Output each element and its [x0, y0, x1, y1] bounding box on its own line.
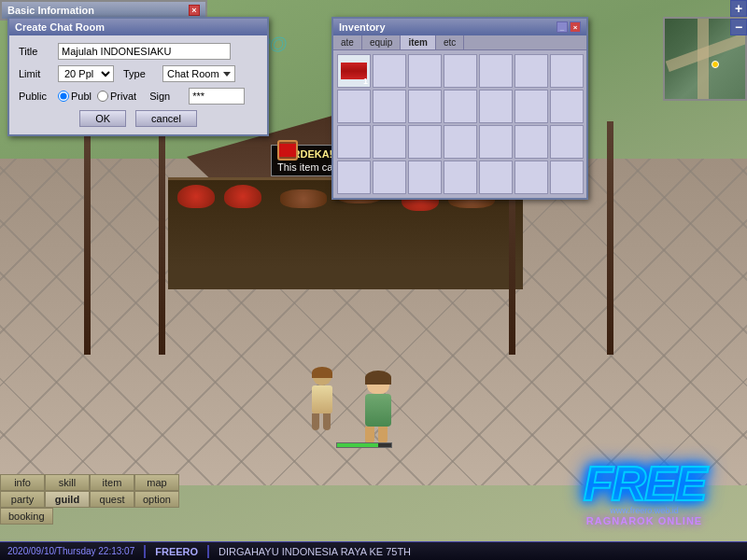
inv-slot-18[interactable]	[444, 125, 477, 159]
minimap-minus-btn[interactable]: −	[730, 19, 747, 35]
public-radio[interactable]	[58, 91, 69, 102]
inv-slot-17[interactable]	[408, 125, 442, 159]
inv-slot-26[interactable]	[479, 161, 513, 194]
inv-slot-20[interactable]	[514, 125, 548, 159]
tab-quest[interactable]: quest	[90, 491, 134, 508]
inv-slot-4[interactable]	[444, 54, 477, 88]
inv-slot-12[interactable]	[479, 90, 513, 123]
limit-select[interactable]: 20 Ppl	[58, 65, 114, 82]
inv-tab-item[interactable]: item	[401, 35, 436, 49]
inv-slot-14[interactable]	[550, 90, 584, 123]
inventory-minimize-btn[interactable]: _	[557, 21, 568, 33]
private-radio[interactable]	[97, 91, 108, 102]
inventory-close-btn[interactable]: ×	[570, 21, 581, 33]
cancel-button[interactable]: cancel	[135, 110, 197, 127]
inv-slot-16[interactable]	[373, 125, 406, 159]
status-divider-2	[207, 545, 209, 558]
inv-slot-19[interactable]	[479, 125, 513, 159]
character-2	[359, 373, 397, 434]
inv-slot-27[interactable]	[514, 161, 548, 194]
inv-slot-1[interactable]: 1	[337, 54, 371, 88]
inv-slot-7[interactable]	[550, 54, 584, 88]
character-1	[303, 369, 341, 425]
tab-item[interactable]: item	[90, 474, 134, 491]
tab-row-2: party guild quest option	[0, 491, 205, 508]
limit-label: Limit	[19, 68, 54, 79]
inv-slot-21[interactable]	[550, 125, 584, 159]
inv-tab-ate[interactable]: ate	[333, 35, 362, 49]
status-server: FREERO	[148, 546, 205, 557]
inv-tab-equip[interactable]: equip	[362, 35, 401, 49]
minimap-plus-btn[interactable]: +	[730, 0, 747, 17]
item-count: 1	[363, 77, 368, 86]
food-item-2	[224, 185, 261, 208]
inv-slot-6[interactable]	[514, 54, 548, 88]
logo-free-text: FREE	[551, 462, 738, 506]
status-bar: 2020/09/10/Thursday 22:13:07 FREERO DIRG…	[0, 541, 747, 560]
inv-slot-5[interactable]	[479, 54, 513, 88]
inventory-titlebar: Inventory _ ×	[333, 19, 586, 35]
type-label: Type	[123, 68, 159, 79]
inventory-grid: 1	[333, 50, 586, 198]
freero-logo: FREE www.freero.web.id RAGNAROK ONLINE	[551, 462, 738, 537]
inv-slot-23[interactable]	[373, 161, 406, 194]
status-datetime: 2020/09/10/Thursday 22:13:07	[0, 546, 142, 556]
inv-slot-24[interactable]	[408, 161, 442, 194]
type-dropdown[interactable]: Chat Room	[162, 65, 235, 82]
minimap-road-2	[698, 19, 709, 101]
private-option-label: Privat	[110, 91, 136, 102]
inv-slot-10[interactable]	[408, 90, 442, 123]
basic-info-close-btn[interactable]: ×	[189, 5, 200, 16]
sign-label: Sign	[149, 91, 185, 102]
dropdown-arrow-icon	[223, 72, 231, 77]
inv-tab-etc[interactable]: etc	[436, 35, 464, 49]
inventory-controls: _ ×	[557, 21, 581, 33]
private-radio-option: Privat	[97, 91, 136, 102]
tab-skill[interactable]: skill	[45, 474, 90, 491]
inv-slot-8[interactable]	[337, 90, 371, 123]
logo-ro-text: RAGNAROK ONLINE	[551, 515, 738, 526]
public-row: Public Publ Privat Sign	[19, 88, 258, 105]
tab-map[interactable]: map	[134, 474, 179, 491]
basic-info-title: Basic Information	[7, 5, 94, 16]
chat-room-content: Title Limit 20 Ppl Type Chat Room Public…	[9, 35, 267, 134]
inv-slot-3[interactable]	[408, 54, 442, 88]
chat-room-titlebar: Create Chat Room	[9, 19, 267, 35]
inv-slot-22[interactable]	[337, 161, 371, 194]
inv-slot-13[interactable]	[514, 90, 548, 123]
food-item-1	[177, 185, 215, 208]
inv-slot-15[interactable]	[337, 125, 371, 159]
button-row: OK cancel	[19, 110, 258, 127]
inv-slot-9[interactable]	[373, 90, 406, 123]
public-radio-option: Publ	[58, 91, 92, 102]
tab-info[interactable]: info	[0, 474, 45, 491]
inventory-window: Inventory _ × ate equip item etc 1	[331, 17, 588, 200]
chat-room-dialog: Create Chat Room Title Limit 20 Ppl Type…	[7, 17, 269, 136]
inv-slot-11[interactable]	[444, 90, 477, 123]
tab-party[interactable]: party	[0, 491, 45, 508]
ok-button[interactable]: OK	[79, 110, 126, 127]
sign-input[interactable]	[189, 88, 245, 105]
food-item-3	[280, 189, 327, 208]
tab-booking[interactable]: booking	[0, 508, 53, 525]
inv-slot-28[interactable]	[550, 161, 584, 194]
title-row: Title	[19, 43, 258, 60]
chat-room-title: Create Chat Room	[15, 21, 105, 33]
bottom-tabs: info skill item map party guild quest op…	[0, 474, 205, 525]
title-input[interactable]	[58, 43, 231, 60]
pole-4	[607, 121, 613, 355]
tab-guild[interactable]: guild	[45, 491, 90, 508]
tab-row-3: booking	[0, 508, 53, 525]
minimap-player-marker	[712, 61, 719, 68]
inventory-tabs: ate equip item etc	[333, 35, 586, 50]
type-value: Chat Room	[167, 68, 219, 79]
inv-slot-2[interactable]	[373, 54, 406, 88]
radio-group: Publ Privat	[58, 91, 136, 102]
status-message: DIRGAHAYU INDONESIA RAYA KE 75TH	[211, 546, 747, 557]
inv-slot-25[interactable]	[444, 161, 477, 194]
public-option-label: Publ	[71, 91, 92, 102]
tab-option[interactable]: option	[134, 491, 179, 508]
pole-3	[84, 121, 91, 355]
title-label: Title	[19, 46, 54, 57]
health-bar	[336, 442, 392, 448]
